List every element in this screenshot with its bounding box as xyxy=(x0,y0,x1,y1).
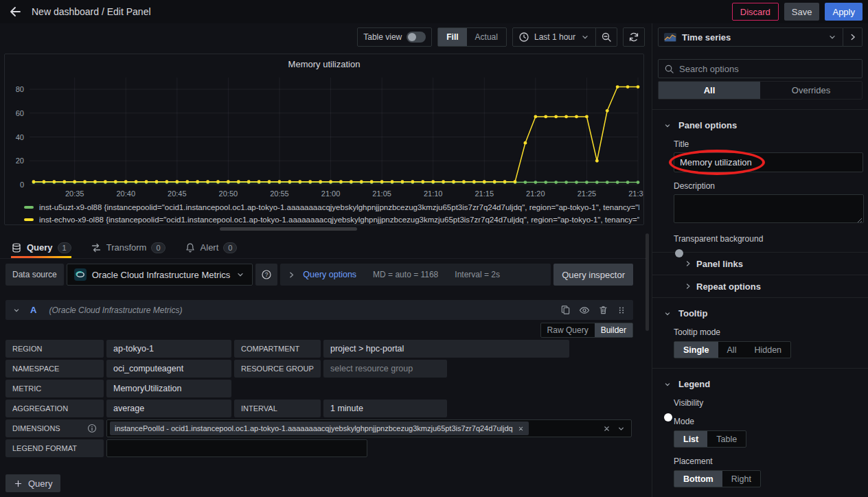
svg-text:40: 40 xyxy=(16,133,24,141)
transform-count-badge: 0 xyxy=(151,242,165,253)
panel-description-input[interactable] xyxy=(674,194,864,223)
discard-button[interactable]: Discard xyxy=(732,3,779,21)
options-search-box xyxy=(658,59,863,78)
chevron-down-icon xyxy=(663,380,672,389)
datasource-picker[interactable]: Oracle Cloud Infrastructure Metrics xyxy=(67,264,253,286)
table-view-label: Table view xyxy=(363,32,402,42)
save-button[interactable]: Save xyxy=(784,3,820,21)
svg-text:21:10: 21:10 xyxy=(424,189,443,198)
repeat-options-section[interactable]: Repeat options xyxy=(652,275,868,297)
panel-title-input[interactable] xyxy=(674,152,863,172)
tab-alert[interactable]: Alert 0 xyxy=(185,237,238,258)
tooltip-mode-hidden[interactable]: Hidden xyxy=(745,342,790,358)
legend-section-header[interactable]: Legend xyxy=(652,369,868,389)
svg-text:20:50: 20:50 xyxy=(219,189,238,198)
legend-format-input[interactable] xyxy=(106,439,367,457)
metric-select[interactable]: MemoryUtilization xyxy=(106,380,231,397)
tab-overrides[interactable]: Overrides xyxy=(760,82,862,99)
options-search-input[interactable] xyxy=(679,64,856,74)
plus-icon xyxy=(14,479,23,488)
info-icon xyxy=(87,424,97,433)
resource-group-select[interactable]: select resource group xyxy=(323,360,447,378)
chevron-down-icon xyxy=(663,310,672,318)
interval-select[interactable]: 1 minute xyxy=(323,400,447,417)
copy-icon xyxy=(560,305,571,315)
tab-alert-label: Alert xyxy=(201,242,219,253)
search-icon xyxy=(664,64,674,74)
visualization-picker[interactable]: Time series xyxy=(658,27,843,47)
actual-option[interactable]: Actual xyxy=(467,28,506,46)
legend-mode-table[interactable]: Table xyxy=(707,431,746,447)
chevron-down-icon xyxy=(580,32,590,42)
open-dimensions-dropdown[interactable] xyxy=(617,424,626,433)
visualization-name: Time series xyxy=(682,32,731,43)
clock-icon xyxy=(518,32,529,43)
chart-panel: Memory utilization 02040608020:3520:4020… xyxy=(4,54,644,225)
interval-field-label: INTERVAL xyxy=(234,400,321,417)
database-icon xyxy=(11,242,22,253)
legend-item[interactable]: inst-u5uzt-x9-ol88 {instancepoolid="ocid… xyxy=(24,201,639,213)
tab-transform[interactable]: Transform 0 xyxy=(91,237,165,258)
transform-icon xyxy=(91,242,102,253)
query-a-header[interactable]: A (Oracle Cloud Infrastructure Metrics) xyxy=(5,300,633,320)
transparent-background-label: Transparent background xyxy=(674,234,857,244)
tab-query[interactable]: Query 1 xyxy=(11,237,71,258)
angle-right-icon xyxy=(684,282,692,290)
builder-option[interactable]: Builder xyxy=(595,323,632,337)
svg-text:20:40: 20:40 xyxy=(116,189,135,198)
back-button[interactable] xyxy=(5,2,25,21)
options-sidebar: Time series All Overrides Panel options … xyxy=(652,23,868,497)
query-ref-id: A xyxy=(30,305,36,315)
tooltip-mode-single[interactable]: Single xyxy=(674,342,718,358)
add-query-button[interactable]: Query xyxy=(5,474,60,492)
panel-links-section[interactable]: Panel links xyxy=(652,252,868,275)
compartment-select[interactable]: project > hpc-portal xyxy=(323,340,569,358)
legend-mode-list[interactable]: List xyxy=(674,431,707,447)
legend-item[interactable]: inst-echvo-x9-ol88 {instancepoolid="ocid… xyxy=(24,213,639,225)
raw-query-option[interactable]: Raw Query xyxy=(541,323,595,337)
chevron-down-icon xyxy=(617,424,626,433)
query-options-bar[interactable]: Query options MD = auto = 1168 Interval … xyxy=(280,264,551,286)
editor-tabs: Query 1 Transform 0 Alert 0 xyxy=(0,237,646,259)
svg-text:21:25: 21:25 xyxy=(578,189,597,198)
query-count-badge: 1 xyxy=(58,242,71,253)
legend-placement-bottom[interactable]: Bottom xyxy=(674,471,722,487)
svg-text:20:55: 20:55 xyxy=(270,189,289,198)
chevron-down-icon xyxy=(12,306,21,314)
clear-dimensions-button[interactable] xyxy=(603,425,610,432)
remove-dimension-button[interactable] xyxy=(518,426,524,432)
interval-text: Interval = 2s xyxy=(455,270,500,279)
horizontal-scrollbar[interactable] xyxy=(220,227,357,231)
namespace-select[interactable]: oci_computeagent xyxy=(106,360,231,378)
delete-query-button[interactable] xyxy=(598,305,608,315)
datasource-help-button[interactable]: ? xyxy=(255,264,277,286)
tab-all[interactable]: All xyxy=(659,82,760,99)
aggregation-select[interactable]: average xyxy=(106,400,231,417)
drag-handle[interactable] xyxy=(617,305,626,315)
tab-transform-label: Transform xyxy=(106,242,147,253)
hide-query-button[interactable] xyxy=(579,305,590,316)
time-range-label: Last 1 hour xyxy=(534,32,575,42)
close-icon xyxy=(603,425,610,432)
legend-mode-label: Mode xyxy=(674,417,857,426)
apply-button[interactable]: Apply xyxy=(825,3,863,21)
table-view-toggle[interactable] xyxy=(407,32,426,43)
legend-placement-right[interactable]: Right xyxy=(722,471,760,487)
tooltip-section-header[interactable]: Tooltip xyxy=(652,298,868,319)
tooltip-mode-all[interactable]: All xyxy=(718,342,746,358)
dimensions-select[interactable]: instancePoolId - ocid1.instancepool.oc1.… xyxy=(106,419,632,437)
top-bar: New dashboard / Edit Panel Discard Save … xyxy=(0,0,868,23)
zoom-out-time-button[interactable] xyxy=(596,28,617,46)
chevron-down-icon xyxy=(663,122,672,130)
fill-option[interactable]: Fill xyxy=(438,28,466,46)
collapse-options-pane-button[interactable] xyxy=(843,27,863,47)
memory-utilization-chart[interactable]: 02040608020:3520:4020:4520:5020:5521:002… xyxy=(5,72,643,200)
panel-options-header[interactable]: Panel options xyxy=(652,110,868,130)
region-select[interactable]: ap-tokyo-1 xyxy=(106,340,231,358)
svg-text:21:30: 21:30 xyxy=(628,189,643,198)
query-inspector-button[interactable]: Query inspector xyxy=(553,264,633,286)
time-range-picker[interactable]: Last 1 hour xyxy=(513,32,595,43)
refresh-button[interactable] xyxy=(624,28,644,46)
alert-count-badge: 0 xyxy=(223,242,237,253)
duplicate-query-button[interactable] xyxy=(560,305,571,315)
